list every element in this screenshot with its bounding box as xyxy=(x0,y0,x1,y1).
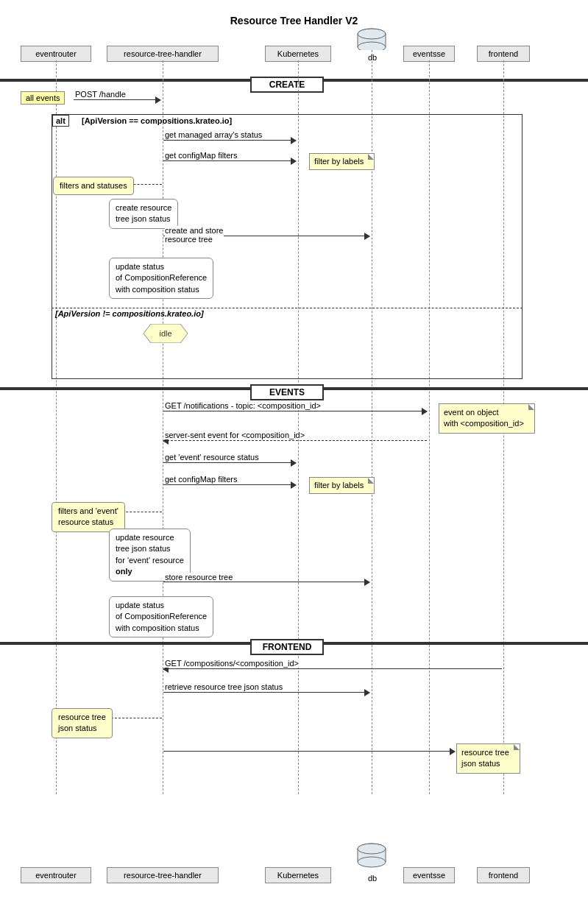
frontend-label: FRONTEND xyxy=(250,639,324,655)
arrow-post-handle xyxy=(74,99,160,100)
arrow-store-resource-tree xyxy=(163,582,369,582)
arrow-get-configmap-2 xyxy=(163,484,296,485)
resource-tree-status-box: resource treejson status xyxy=(52,708,113,738)
svg-point-4 xyxy=(358,42,386,50)
label-get-configmap: get configMap filters xyxy=(165,151,237,160)
arrow-to-frontend xyxy=(163,751,455,752)
arrow-get-notifications xyxy=(163,411,427,411)
db-icon-bottom xyxy=(356,843,387,871)
svg-point-12 xyxy=(358,857,386,867)
event-on-object-note: event on objectwith <composition_id> xyxy=(439,403,535,434)
arrow-server-sent xyxy=(163,440,427,441)
label-get-configmap-2: get configMap filters xyxy=(165,475,237,484)
label-get-notifications: GET /notifications - topic: <composition… xyxy=(165,401,321,410)
participant-frontend-bottom: frontend xyxy=(477,867,530,883)
participant-eventrouter-top: eventrouter xyxy=(21,46,91,62)
all-events-note: all events xyxy=(21,91,65,105)
participant-kubernetes-bottom: Kubernetes xyxy=(265,867,331,883)
db-icon-top xyxy=(356,28,387,52)
alt-guard-1: [ApiVersion == compositions.krateo.io] xyxy=(82,116,232,125)
participant-db-label-bottom: db xyxy=(361,871,384,886)
create-label: CREATE xyxy=(250,77,324,93)
svg-point-5 xyxy=(358,29,386,39)
filters-event-resource-box: filters and 'event'resource status xyxy=(52,502,125,532)
label-store-resource-tree: store resource tree xyxy=(165,573,233,582)
participant-rth-top: resource-tree-handler xyxy=(107,46,219,62)
participant-eventsse-bottom: eventsse xyxy=(403,867,455,883)
participant-kubernetes-top: Kubernetes xyxy=(265,46,331,62)
diagram-title: Resource Tree Handler V2 xyxy=(0,6,588,32)
arrow-get-managed xyxy=(163,140,296,141)
svg-text:idle: idle xyxy=(159,329,171,338)
arrow-get-event-status xyxy=(163,462,296,463)
update-status-box-2: update statusof CompositionReferencewith… xyxy=(109,596,213,637)
participant-eventsse-top: eventsse xyxy=(403,46,455,62)
update-status-box-1: update statusof CompositionReferencewith… xyxy=(109,258,213,299)
diagram: Resource Tree Handler V2 eventrouter res… xyxy=(0,0,588,901)
alt-frame: alt [ApiVersion == compositions.krateo.i… xyxy=(52,114,523,379)
label-get-event-status: get 'event' resource status xyxy=(165,453,259,462)
idle-box: idle xyxy=(144,324,188,345)
filters-statuses-box: filters and statuses xyxy=(53,177,134,195)
alt-label: alt xyxy=(52,115,69,127)
arrow-get-configmap xyxy=(163,160,296,161)
label-get-compositions: GET /compositions/<composition_id> xyxy=(165,659,299,668)
filter-by-labels-2: filter by labels xyxy=(309,477,375,494)
create-resource-tree-box: create resourcetree json status xyxy=(109,199,178,229)
filter-by-labels-1: filter by labels xyxy=(309,153,375,170)
label-get-managed: get managed array's status xyxy=(165,130,262,139)
participant-frontend-top: frontend xyxy=(477,46,530,62)
label-create-store: create and storeresource tree xyxy=(165,226,224,244)
participant-eventrouter-bottom: eventrouter xyxy=(21,867,91,883)
participant-rth-bottom: resource-tree-handler xyxy=(107,867,219,883)
alt-guard-2: [ApiVersion != compositions.krateo.io] xyxy=(55,309,204,318)
label-post-handle: POST /handle xyxy=(75,90,126,99)
label-server-sent: server-sent event for <composition_id> xyxy=(165,431,305,439)
alt-divider xyxy=(52,308,523,308)
participant-db-label-top: db xyxy=(361,50,384,65)
resource-tree-status-2: resource treejson status xyxy=(456,743,520,774)
events-label: EVENTS xyxy=(250,384,324,400)
arrow-get-compositions xyxy=(163,668,502,669)
arrow-retrieve-status xyxy=(163,692,369,693)
label-retrieve-status: retrieve resource tree json status xyxy=(165,682,283,691)
svg-point-13 xyxy=(358,844,386,854)
